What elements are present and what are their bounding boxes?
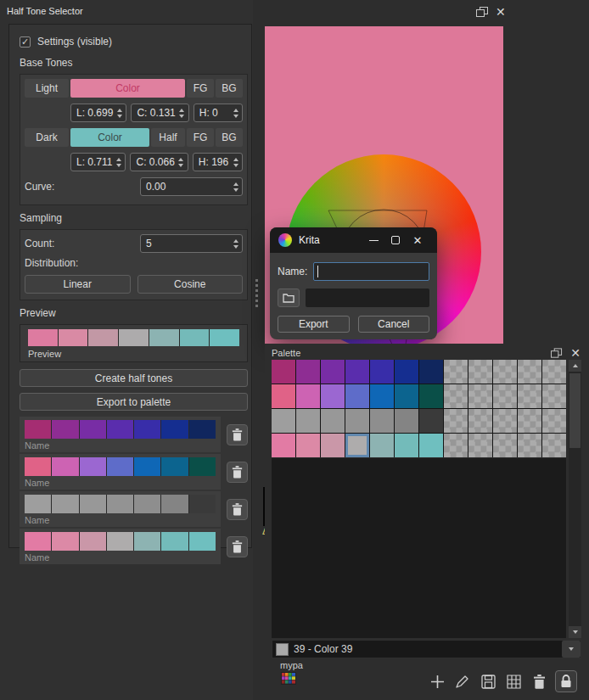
palette-swatch[interactable]	[345, 409, 369, 433]
palette-swatch[interactable]	[345, 360, 369, 384]
close-button[interactable]: ✕	[407, 235, 429, 246]
spin-up-icon[interactable]	[116, 158, 121, 161]
saved-row-name[interactable]: Name	[25, 515, 216, 525]
palette-swatch-empty[interactable]	[468, 384, 492, 408]
palette-swatch[interactable]	[419, 360, 443, 384]
palette-swatch-empty[interactable]	[493, 409, 517, 433]
delete-row-button[interactable]	[227, 424, 248, 445]
palette-swatch[interactable]	[272, 434, 295, 457]
dark-l-spinbox[interactable]: L: 0.711	[70, 153, 126, 171]
dark-half-button[interactable]: Half	[151, 128, 185, 147]
minimize-button[interactable]	[362, 240, 384, 241]
export-button[interactable]: Export	[278, 316, 350, 333]
name-input[interactable]	[313, 262, 429, 281]
dark-tone-button[interactable]: Dark	[25, 128, 69, 147]
palette-swatch[interactable]	[419, 434, 443, 457]
browse-folder-button[interactable]	[278, 288, 300, 307]
edit-palette-button[interactable]	[453, 672, 472, 691]
spin-down-icon[interactable]	[233, 115, 238, 118]
scroll-down-button[interactable]	[569, 626, 581, 638]
palette-swatch-empty[interactable]	[493, 360, 517, 384]
cosine-button[interactable]: Cosine	[137, 275, 244, 294]
palette-swatch[interactable]	[370, 409, 394, 433]
palette-swatch[interactable]	[370, 360, 394, 384]
cancel-button[interactable]: Cancel	[358, 316, 430, 333]
palette-file-icon[interactable]	[281, 672, 296, 685]
add-color-button[interactable]	[428, 672, 446, 691]
spin-up-icon[interactable]	[117, 109, 122, 112]
light-c-spinbox[interactable]: C: 0.131	[131, 104, 188, 122]
palette-swatch-empty[interactable]	[444, 409, 468, 433]
spin-down-icon[interactable]	[233, 164, 238, 167]
palette-swatch-empty[interactable]	[542, 384, 566, 408]
palette-swatch[interactable]	[272, 360, 295, 384]
light-h-spinbox[interactable]: H: 0	[194, 104, 243, 122]
palette-swatch[interactable]	[395, 434, 418, 457]
delete-row-button[interactable]	[227, 536, 248, 557]
palette-swatch-empty[interactable]	[444, 360, 468, 384]
palette-swatch[interactable]	[296, 384, 320, 408]
palette-swatch[interactable]	[345, 434, 369, 457]
palette-swatch[interactable]	[321, 384, 345, 408]
palette-swatch-empty[interactable]	[468, 434, 492, 457]
dark-fg-button[interactable]: FG	[187, 128, 214, 147]
dark-bg-button[interactable]: BG	[216, 128, 243, 147]
spin-down-icon[interactable]	[117, 115, 122, 118]
file-path-input[interactable]	[306, 288, 429, 307]
curve-spinbox[interactable]: 0.00	[140, 177, 243, 196]
palette-swatch-empty[interactable]	[542, 434, 566, 457]
palette-swatch[interactable]	[370, 434, 394, 457]
saved-row-name[interactable]: Name	[25, 440, 216, 451]
palette-swatch[interactable]	[395, 409, 418, 433]
view-grid-button[interactable]	[504, 672, 523, 691]
float-palette-icon[interactable]	[551, 348, 563, 359]
color-select-combobox[interactable]: 39 - Color 39	[272, 640, 581, 658]
scrollbar-thumb[interactable]	[569, 373, 581, 448]
spin-down-icon[interactable]	[116, 164, 121, 167]
spin-down-icon[interactable]	[233, 245, 238, 249]
palette-swatch-empty[interactable]	[493, 384, 517, 408]
palette-swatch[interactable]	[296, 360, 320, 384]
linear-button[interactable]: Linear	[25, 275, 131, 294]
light-l-spinbox[interactable]: L: 0.699	[70, 104, 126, 122]
palette-swatch[interactable]	[345, 384, 369, 408]
palette-swatch-empty[interactable]	[493, 434, 517, 457]
palette-swatch[interactable]	[370, 384, 394, 408]
delete-row-button[interactable]	[227, 462, 248, 483]
scroll-up-button[interactable]	[569, 360, 581, 372]
create-half-tones-button[interactable]: Create half tones	[20, 369, 248, 387]
saved-row-strip[interactable]: Name	[20, 491, 221, 527]
saved-row-strip[interactable]: Name	[20, 454, 221, 490]
delete-row-button[interactable]	[227, 499, 248, 520]
palette-swatch-empty[interactable]	[542, 360, 566, 384]
palette-scrollbar[interactable]	[569, 360, 581, 638]
palette-swatch-empty[interactable]	[444, 384, 468, 408]
light-color-button[interactable]: Color	[70, 79, 185, 98]
palette-swatch-empty[interactable]	[444, 434, 468, 457]
spin-up-icon[interactable]	[233, 158, 238, 161]
palette-empty-area[interactable]	[272, 458, 566, 638]
save-palette-button[interactable]	[479, 672, 497, 691]
palette-swatch-empty[interactable]	[518, 409, 541, 433]
dark-h-spinbox[interactable]: H: 196	[193, 153, 243, 171]
saved-row-name[interactable]: Name	[25, 478, 216, 488]
spin-up-icon[interactable]	[233, 182, 238, 186]
palette-swatch-empty[interactable]	[468, 409, 492, 433]
spin-down-icon[interactable]	[179, 115, 184, 118]
delete-color-button[interactable]	[530, 672, 548, 691]
palette-swatch[interactable]	[395, 384, 418, 408]
dialog-titlebar[interactable]: Krita ✕	[270, 227, 437, 253]
palette-swatch-empty[interactable]	[542, 409, 566, 433]
maximize-button[interactable]	[384, 236, 407, 244]
settings-checkbox[interactable]: ✓	[20, 36, 31, 48]
saved-row-strip[interactable]: Name	[20, 529, 221, 564]
export-to-palette-button[interactable]: Export to palette	[20, 393, 248, 411]
docker-splitter-handle[interactable]	[255, 279, 258, 307]
dark-c-spinbox[interactable]: C: 0.066	[130, 153, 188, 171]
palette-swatch-empty[interactable]	[518, 360, 541, 384]
combobox-dropdown-button[interactable]	[562, 641, 581, 658]
palette-swatch[interactable]	[272, 384, 295, 408]
light-fg-button[interactable]: FG	[187, 79, 214, 98]
palette-swatch[interactable]	[395, 360, 418, 384]
palette-swatch[interactable]	[419, 384, 443, 408]
